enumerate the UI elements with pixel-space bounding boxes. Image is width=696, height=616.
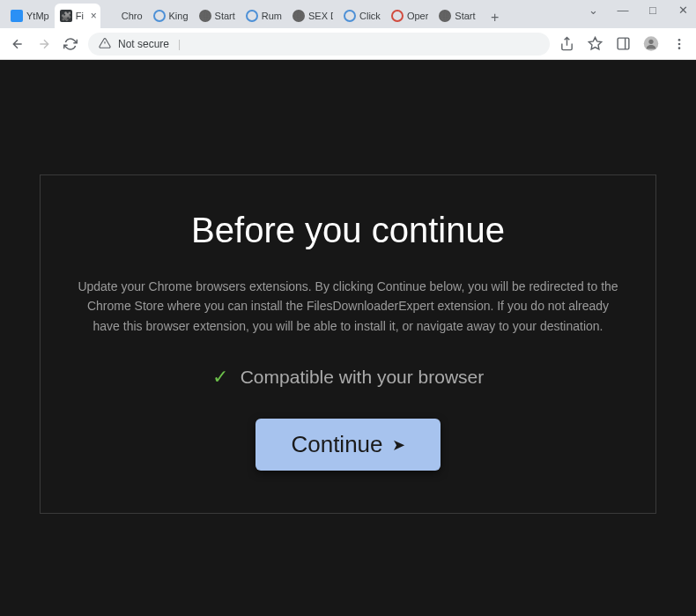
tab-sexd[interactable]: SEX D xyxy=(287,4,338,28)
globe-icon xyxy=(292,10,305,22)
separator: | xyxy=(178,38,181,50)
back-button[interactable] xyxy=(9,35,26,53)
tab-label: Start xyxy=(215,11,235,21)
toolbar-right xyxy=(559,36,687,52)
globe-icon xyxy=(199,10,211,22)
svg-point-4 xyxy=(648,40,653,44)
favicon-icon xyxy=(344,10,356,22)
browser-window: YtMp Fi × Chro King Start Rum SEX D xyxy=(0,0,696,616)
svg-point-5 xyxy=(678,39,681,41)
compatibility-row: ✓ Compatible with your browser xyxy=(74,366,622,389)
continue-dialog: Before you continue Update your Chrome b… xyxy=(40,174,656,514)
tab-label: Oper xyxy=(407,11,428,21)
tab-oper[interactable]: Oper xyxy=(386,4,433,28)
tab-label: Chro xyxy=(122,11,143,21)
favicon-icon xyxy=(153,10,166,22)
minimize-icon[interactable]: ― xyxy=(617,4,629,16)
svg-rect-1 xyxy=(618,38,629,49)
window-controls: ⌄ ― □ ✕ xyxy=(587,4,689,16)
profile-avatar-icon[interactable] xyxy=(643,36,659,52)
globe-icon xyxy=(439,10,451,22)
reload-button[interactable] xyxy=(62,35,79,53)
tab-label: Start xyxy=(455,11,475,21)
tab-king[interactable]: King xyxy=(148,4,194,28)
tab-label: Rum xyxy=(262,11,282,21)
close-icon[interactable]: ✕ xyxy=(677,4,689,16)
tab-start1[interactable]: Start xyxy=(194,4,241,28)
continue-button-label: Continue xyxy=(291,431,382,458)
maximize-icon[interactable]: □ xyxy=(647,4,659,16)
not-secure-icon xyxy=(99,37,111,51)
share-icon[interactable] xyxy=(559,36,574,52)
favicon-icon xyxy=(11,10,23,22)
favicon-icon xyxy=(106,10,118,22)
svg-marker-0 xyxy=(589,37,601,48)
favicon-icon xyxy=(246,10,258,22)
side-panel-icon[interactable] xyxy=(615,36,631,52)
dialog-title: Before you continue xyxy=(74,211,622,250)
svg-point-7 xyxy=(678,47,681,49)
not-secure-label: Not secure xyxy=(118,38,169,50)
toolbar: Not secure | xyxy=(0,28,696,60)
puzzle-icon xyxy=(60,10,72,22)
tab-ytmp[interactable]: YtMp xyxy=(5,4,55,28)
svg-point-6 xyxy=(678,42,681,45)
tab-fi-active[interactable]: Fi × xyxy=(55,4,100,28)
page-content: Before you continue Update your Chrome b… xyxy=(0,60,696,616)
check-icon: ✓ xyxy=(212,366,228,389)
favicon-icon xyxy=(391,10,404,22)
menu-kebab-icon[interactable] xyxy=(671,36,687,52)
continue-button[interactable]: Continue ➤ xyxy=(255,419,440,471)
tab-label: YtMp xyxy=(26,11,49,21)
compatibility-text: Compatible with your browser xyxy=(241,367,485,388)
tab-rum[interactable]: Rum xyxy=(241,4,287,28)
new-tab-button[interactable]: + xyxy=(485,7,506,28)
dialog-body: Update your Chrome browsers extensions. … xyxy=(74,277,622,336)
tab-label: King xyxy=(169,11,189,21)
forward-button[interactable] xyxy=(35,35,53,53)
tab-label: Click xyxy=(359,11,381,21)
tab-start2[interactable]: Start xyxy=(433,4,480,28)
tab-label: Fi xyxy=(76,11,84,21)
close-icon[interactable]: × xyxy=(91,10,97,22)
tab-chro[interactable]: Chro xyxy=(100,4,148,28)
tab-label: SEX D xyxy=(308,11,333,21)
chevron-down-icon[interactable]: ⌄ xyxy=(587,4,599,16)
address-bar[interactable]: Not secure | xyxy=(88,33,550,56)
tab-click[interactable]: Click xyxy=(338,4,386,28)
tab-strip: YtMp Fi × Chro King Start Rum SEX D xyxy=(0,0,696,28)
bookmark-star-icon[interactable] xyxy=(587,36,603,52)
arrow-right-icon: ➤ xyxy=(392,435,405,455)
